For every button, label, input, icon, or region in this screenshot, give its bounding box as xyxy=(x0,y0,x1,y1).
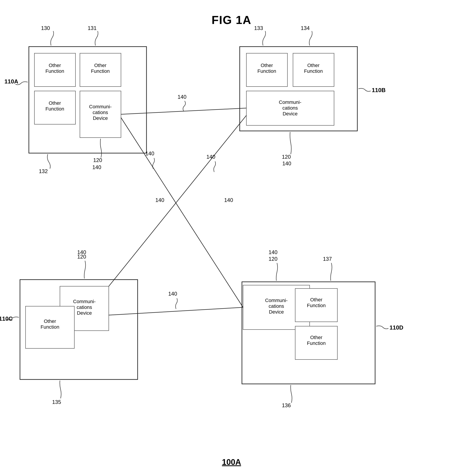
svg-rect-36 xyxy=(26,306,74,348)
svg-text:120: 120 xyxy=(268,256,277,262)
svg-text:cations: cations xyxy=(282,105,298,111)
svg-text:120: 120 xyxy=(77,254,86,260)
svg-text:110B: 110B xyxy=(372,87,385,93)
svg-text:140: 140 xyxy=(268,249,277,255)
svg-rect-21 xyxy=(293,53,334,87)
svg-text:cations: cations xyxy=(268,303,284,309)
svg-rect-3 xyxy=(34,91,75,124)
svg-rect-48 xyxy=(295,326,337,360)
svg-rect-19 xyxy=(240,47,357,131)
svg-rect-47 xyxy=(295,289,337,322)
svg-text:140: 140 xyxy=(77,249,86,255)
svg-rect-0 xyxy=(29,47,146,153)
svg-text:137: 137 xyxy=(323,256,332,262)
svg-rect-34 xyxy=(20,280,138,379)
svg-text:140: 140 xyxy=(282,160,291,167)
svg-line-60 xyxy=(121,108,246,114)
svg-text:140: 140 xyxy=(155,197,164,203)
svg-text:cations: cations xyxy=(93,110,108,115)
svg-line-61 xyxy=(121,118,243,307)
svg-text:Other: Other xyxy=(49,100,61,106)
svg-text:Communi-: Communi- xyxy=(265,298,287,303)
svg-text:Function: Function xyxy=(258,68,276,74)
svg-text:140: 140 xyxy=(206,154,215,160)
svg-text:Device: Device xyxy=(77,310,92,316)
svg-text:Device: Device xyxy=(93,115,108,121)
svg-rect-45 xyxy=(242,282,375,384)
svg-rect-4 xyxy=(80,91,121,138)
svg-text:140: 140 xyxy=(145,150,154,157)
svg-text:Communi-: Communi- xyxy=(89,104,111,109)
svg-text:Device: Device xyxy=(283,111,297,116)
svg-text:Other: Other xyxy=(44,318,56,324)
svg-text:140: 140 xyxy=(92,164,101,170)
svg-text:136: 136 xyxy=(282,402,291,408)
svg-text:100A: 100A xyxy=(222,458,241,467)
svg-text:Function: Function xyxy=(304,68,323,74)
svg-text:Function: Function xyxy=(91,68,110,74)
svg-rect-35 xyxy=(60,286,109,331)
svg-text:140: 140 xyxy=(168,291,177,297)
svg-text:Communi-: Communi- xyxy=(279,99,301,105)
svg-text:140: 140 xyxy=(178,94,187,100)
svg-text:110A: 110A xyxy=(4,78,18,85)
svg-text:132: 132 xyxy=(39,168,48,174)
svg-text:cations: cations xyxy=(77,304,92,310)
svg-text:120: 120 xyxy=(282,154,291,160)
svg-rect-20 xyxy=(246,53,287,87)
svg-text:Other: Other xyxy=(310,297,322,302)
svg-text:Function: Function xyxy=(41,324,59,330)
svg-text:Other: Other xyxy=(94,62,106,68)
svg-text:Function: Function xyxy=(45,68,64,74)
svg-text:110C: 110C xyxy=(0,315,13,322)
svg-text:Other: Other xyxy=(310,335,322,340)
svg-text:Function: Function xyxy=(307,303,326,308)
svg-line-63 xyxy=(109,307,243,315)
svg-text:Other: Other xyxy=(261,62,273,68)
svg-text:Other: Other xyxy=(49,62,61,68)
svg-rect-22 xyxy=(246,91,334,125)
svg-line-62 xyxy=(109,115,246,286)
svg-rect-2 xyxy=(80,53,121,87)
svg-text:Other: Other xyxy=(307,62,319,68)
svg-rect-46 xyxy=(243,285,310,330)
page-title: FIG 1A xyxy=(0,0,463,27)
svg-text:120: 120 xyxy=(93,157,102,163)
svg-text:110D: 110D xyxy=(390,324,403,331)
svg-text:Function: Function xyxy=(307,340,326,346)
svg-text:135: 135 xyxy=(52,399,61,405)
svg-text:140: 140 xyxy=(224,197,233,203)
svg-text:Communi-: Communi- xyxy=(73,299,95,304)
svg-text:Device: Device xyxy=(269,309,284,315)
svg-rect-1 xyxy=(34,53,75,87)
svg-text:Function: Function xyxy=(45,106,64,112)
